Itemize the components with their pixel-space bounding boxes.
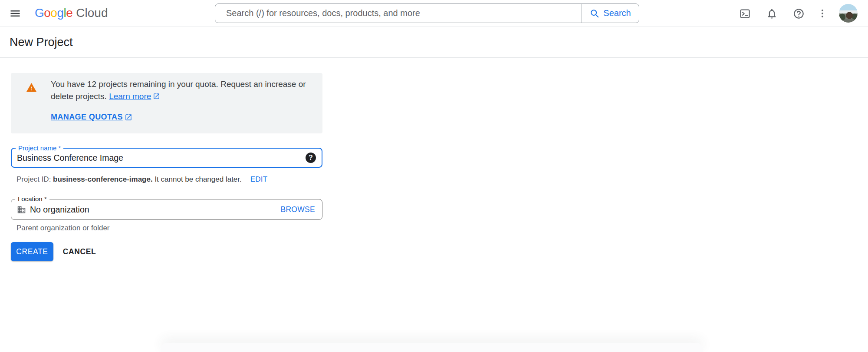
help-icon[interactable] (790, 6, 807, 21)
search-button-label: Search (603, 8, 631, 18)
location-helper-text: Parent organization or folder (16, 224, 110, 232)
page-title: New Project (10, 36, 73, 49)
notifications-bell-icon[interactable] (763, 6, 780, 21)
organization-building-icon (17, 205, 26, 214)
location-value: No organization (30, 205, 280, 215)
more-vert-icon[interactable] (816, 6, 829, 21)
project-name-input[interactable] (12, 153, 322, 163)
three-dots-glyph (817, 8, 828, 19)
browse-button[interactable]: BROWSE (280, 205, 315, 214)
edit-project-id-button[interactable]: EDIT (250, 175, 268, 183)
project-id-row: Project ID: business-conference-image. I… (16, 175, 267, 184)
manage-quotas-label: MANAGE QUOTAS (51, 113, 123, 122)
learn-more-link[interactable]: Learn more (109, 92, 151, 101)
account-avatar[interactable] (839, 4, 858, 23)
logo-letter: o (50, 6, 57, 20)
google-cloud-logo[interactable]: G o o g l e Cloud (35, 6, 108, 20)
quota-warning-text: You have 12 projects remaining in your q… (51, 78, 306, 103)
quota-warning-line1: You have 12 projects remaining in your q… (51, 78, 306, 90)
search-input[interactable] (215, 4, 582, 23)
warning-triangle-icon (26, 82, 37, 93)
project-id-prefix: Project ID: (16, 175, 53, 183)
question-glyph (793, 8, 805, 20)
terminal-glyph (739, 8, 751, 20)
external-link-icon (125, 113, 132, 121)
search-button[interactable]: Search (582, 4, 639, 23)
menu-icon[interactable] (7, 6, 23, 21)
hamburger-glyph (9, 7, 21, 20)
manage-quotas-link[interactable]: MANAGE QUOTAS (51, 113, 132, 122)
project-name-label: Project name * (16, 144, 63, 152)
cloud-shell-icon[interactable] (736, 6, 753, 21)
top-app-bar: G o o g l e Cloud Search (0, 0, 868, 27)
search-icon (590, 9, 599, 18)
bottom-sheet-edge (161, 343, 703, 352)
quota-warning-line2: delete projects. Learn more (51, 90, 306, 103)
location-field[interactable]: Location * No organization BROWSE (11, 199, 322, 220)
global-search-bar: Search (215, 3, 639, 23)
logo-letter: e (66, 6, 72, 20)
project-name-help-icon[interactable]: ? (306, 153, 316, 163)
logo-letter: g (57, 6, 63, 20)
project-id-suffix: It cannot be changed later. (153, 175, 242, 183)
logo-cloud-text: Cloud (76, 6, 108, 20)
quota-warning-line2-prefix: delete projects. (51, 92, 109, 101)
create-button[interactable]: CREATE (11, 242, 53, 261)
location-label: Location * (15, 195, 49, 203)
logo-letter: G (35, 6, 44, 20)
cancel-button[interactable]: CANCEL (58, 242, 101, 261)
bell-glyph (766, 8, 778, 20)
logo-letter: o (44, 6, 50, 20)
project-name-field: Project name * ? (11, 148, 322, 168)
external-link-icon (153, 93, 160, 100)
quota-warning-card: You have 12 projects remaining in your q… (11, 73, 322, 133)
page-header: New Project (0, 27, 868, 58)
project-id-value: business-conference-image. (53, 175, 153, 183)
